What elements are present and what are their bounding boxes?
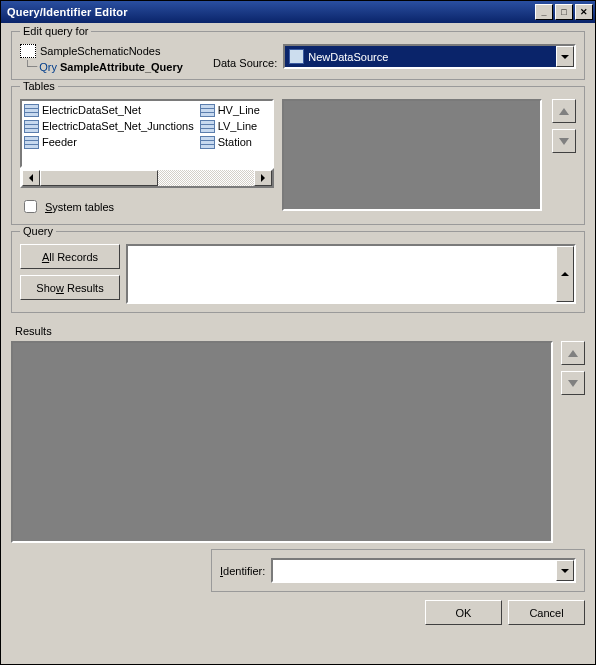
window-title: Query/Identifier Editor <box>3 6 533 18</box>
list-item[interactable]: LV_Line <box>200 118 260 134</box>
database-icon <box>289 49 304 64</box>
title-bar: Query/Identifier Editor _ □ ✕ <box>1 1 595 23</box>
show-results-button[interactable]: Show Results <box>20 275 120 300</box>
move-up-button[interactable] <box>552 99 576 123</box>
query-textarea[interactable] <box>128 246 556 302</box>
query-scroll-up[interactable] <box>556 246 574 302</box>
client-area: Edit query for SampleSchematicNodes └─ Q… <box>1 23 595 664</box>
tables-list[interactable]: ElectricDataSet_Net ElectricDataSet_Net_… <box>20 99 274 168</box>
tree-child-label: SampleAttribute_Query <box>60 61 183 73</box>
table-icon <box>24 120 39 133</box>
arrow-down-icon <box>559 138 569 145</box>
list-item[interactable]: Feeder <box>24 134 194 150</box>
query-tree[interactable]: SampleSchematicNodes └─ Qry SampleAttrib… <box>20 44 205 73</box>
list-item[interactable]: Station <box>200 134 260 150</box>
results-move-up-button[interactable] <box>561 341 585 365</box>
identifier-group: Identifier: <box>211 549 585 592</box>
results-section: Results <box>11 323 585 543</box>
list-item[interactable]: ElectricDataSet_Net <box>24 102 194 118</box>
arrow-down-icon <box>568 380 578 387</box>
tree-root[interactable]: SampleSchematicNodes <box>20 44 205 58</box>
arrow-up-icon <box>568 350 578 357</box>
edit-query-legend: Edit query for <box>20 25 91 37</box>
footer: OK Cancel <box>11 598 585 627</box>
arrow-up-icon <box>559 108 569 115</box>
all-records-button[interactable]: All Records <box>20 244 120 269</box>
query-group: Query All Records Show Results <box>11 231 585 313</box>
move-down-button[interactable] <box>552 129 576 153</box>
system-tables-label: System tables <box>45 201 114 213</box>
table-icon <box>24 136 39 149</box>
list-item[interactable]: HV_Line <box>200 102 260 118</box>
query-text-wrap <box>126 244 576 304</box>
cancel-button[interactable]: Cancel <box>508 600 585 625</box>
data-source-label: Data Source: <box>213 57 277 69</box>
identifier-label: Identifier: <box>220 565 265 577</box>
tables-legend: Tables <box>20 80 58 92</box>
tables-hscroll[interactable] <box>20 168 274 188</box>
data-source-combo[interactable]: NewDataSource <box>283 44 576 69</box>
edit-query-group: Edit query for SampleSchematicNodes └─ Q… <box>11 31 585 80</box>
tree-child[interactable]: └─ Qry SampleAttribute_Query <box>24 60 205 73</box>
table-icon <box>24 104 39 117</box>
table-icon <box>200 136 215 149</box>
system-tables-checkbox[interactable] <box>24 200 37 213</box>
close-button[interactable]: ✕ <box>575 4 593 20</box>
table-icon <box>200 120 215 133</box>
tables-group: Tables ElectricDataSet_Net ElectricDataS… <box>11 86 585 225</box>
results-move-down-button[interactable] <box>561 371 585 395</box>
results-label: Results <box>15 325 581 337</box>
tree-line-icon: └─ <box>24 60 37 73</box>
results-grid[interactable] <box>11 341 553 543</box>
identifier-combo[interactable] <box>271 558 576 583</box>
ok-button[interactable]: OK <box>425 600 502 625</box>
qry-prefix: Qry <box>39 61 57 73</box>
chevron-down-icon[interactable] <box>556 46 574 67</box>
minimize-button[interactable]: _ <box>535 4 553 20</box>
schematic-icon <box>20 44 36 58</box>
tree-root-label: SampleSchematicNodes <box>40 45 160 57</box>
identifier-value[interactable] <box>273 560 556 581</box>
scroll-right-button[interactable] <box>254 170 272 186</box>
table-icon <box>200 104 215 117</box>
data-source-value: NewDataSource <box>308 51 388 63</box>
scroll-thumb[interactable] <box>40 170 158 186</box>
scroll-left-button[interactable] <box>22 170 40 186</box>
table-fields-panel[interactable] <box>282 99 542 211</box>
chevron-down-icon[interactable] <box>556 560 574 581</box>
maximize-button[interactable]: □ <box>555 4 573 20</box>
list-item[interactable]: ElectricDataSet_Net_Junctions <box>24 118 194 134</box>
window: Query/Identifier Editor _ □ ✕ Edit query… <box>0 0 596 665</box>
query-legend: Query <box>20 225 56 237</box>
